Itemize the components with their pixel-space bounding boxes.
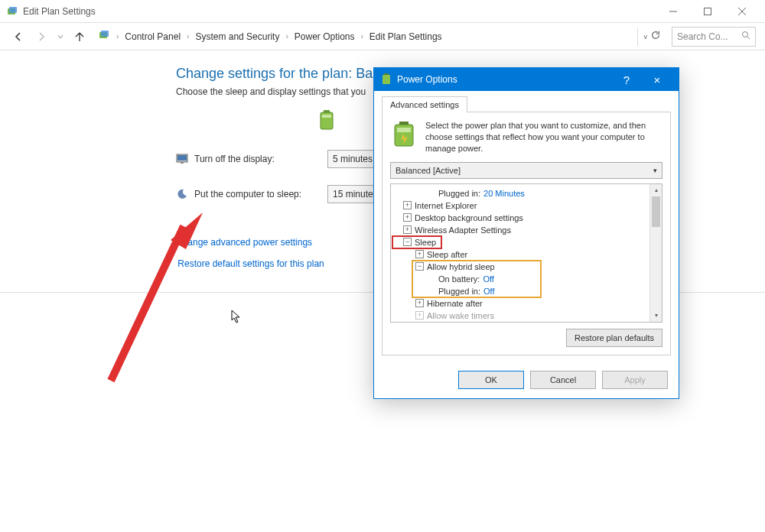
tree-row[interactable]: +Hibernate after: [392, 297, 660, 310]
scroll-down-icon[interactable]: ▾: [650, 310, 662, 322]
scrollbar[interactable]: ▴ ▾: [649, 184, 662, 322]
chevron-right-icon[interactable]: ›: [282, 32, 291, 41]
sleep-timeout-label: Put the computer to sleep:: [194, 189, 301, 200]
tree-row[interactable]: +Desktop background settings: [392, 212, 660, 224]
settings-tree[interactable]: Plugged in: 20 Minutes +Internet Explore…: [390, 183, 662, 323]
ok-button[interactable]: OK: [458, 371, 524, 389]
tree-row[interactable]: On battery: Off: [412, 273, 541, 285]
breadcrumb-item[interactable]: Edit Plan Settings: [369, 31, 442, 42]
collapse-icon[interactable]: −: [403, 238, 412, 246]
svg-rect-18: [399, 122, 409, 125]
chevron-right-icon[interactable]: ›: [184, 32, 192, 41]
svg-rect-16: [384, 73, 389, 75]
tab-panel: Select the power plan that you want to c…: [382, 112, 671, 355]
dialog-titlebar[interactable]: Power Options ? ×: [374, 68, 679, 91]
window-title: Edit Plan Settings: [23, 6, 656, 17]
chevron-down-icon: ▾: [653, 167, 657, 174]
expand-icon[interactable]: +: [403, 201, 412, 209]
scrollbar-thumb[interactable]: [652, 196, 660, 227]
expand-icon[interactable]: +: [415, 250, 424, 258]
power-plan-icon: [390, 120, 418, 154]
restore-plan-defaults-button[interactable]: Restore plan defaults: [566, 329, 662, 347]
svg-rect-17: [382, 75, 390, 84]
dialog-button-row: OK Cancel Apply: [374, 363, 679, 398]
scroll-up-icon[interactable]: ▴: [650, 184, 662, 196]
svg-rect-15: [181, 162, 184, 164]
sleep-timeout-value: 15 minutes: [333, 189, 378, 200]
tree-row[interactable]: Plugged in: 20 Minutes: [392, 187, 660, 200]
breadcrumb-dropdown[interactable]: v: [644, 33, 648, 41]
recent-dropdown[interactable]: [55, 28, 66, 46]
refresh-button[interactable]: [650, 30, 661, 43]
dialog-description: Select the power plan that you want to c…: [425, 120, 662, 154]
power-plan-select[interactable]: Balanced [Active] ▾: [390, 162, 662, 179]
maximize-button[interactable]: [690, 0, 724, 22]
up-button[interactable]: [70, 28, 89, 46]
expand-icon[interactable]: +: [415, 299, 424, 307]
breadcrumb-item[interactable]: Power Options: [295, 31, 355, 42]
tree-group-hybrid-sleep: −Allow hybrid sleep On battery: Off Plug…: [412, 261, 541, 297]
tree-row[interactable]: +Internet Explorer: [392, 200, 660, 212]
power-plan-selected: Balanced [Active]: [396, 166, 461, 175]
tree-row[interactable]: +Sleep after: [392, 248, 660, 261]
svg-line-9: [747, 37, 750, 39]
tree-row[interactable]: −Allow hybrid sleep: [412, 261, 541, 273]
expand-icon[interactable]: +: [403, 225, 412, 234]
breadcrumb-root-icon: [98, 29, 110, 44]
svg-rect-14: [177, 155, 187, 161]
expand-icon[interactable]: +: [403, 213, 412, 222]
battery-icon: [318, 109, 335, 133]
close-button[interactable]: [724, 0, 759, 22]
tree-row-sleep[interactable]: −Sleep: [392, 236, 441, 248]
tree-row[interactable]: Plugged in: Off: [412, 285, 541, 297]
cursor-icon: [231, 310, 242, 326]
breadcrumb-item[interactable]: System and Security: [195, 31, 279, 42]
help-button[interactable]: ?: [611, 73, 642, 86]
display-timeout-label: Turn off the display:: [194, 154, 275, 164]
chevron-right-icon[interactable]: ›: [113, 32, 122, 41]
expand-icon[interactable]: +: [415, 311, 424, 320]
control-panel-icon: [6, 5, 18, 18]
navigation-toolbar: › Control Panel › System and Security › …: [0, 23, 765, 50]
breadcrumb: › Control Panel › System and Security › …: [93, 29, 633, 44]
moon-icon: [176, 188, 188, 200]
svg-rect-12: [322, 115, 331, 118]
window-titlebar: Edit Plan Settings: [0, 0, 765, 23]
svg-point-8: [743, 32, 748, 37]
search-input[interactable]: Search Co...: [672, 27, 756, 47]
dialog-title: Power Options: [397, 74, 611, 85]
display-timeout-value: 5 minutes: [333, 154, 373, 164]
tab-advanced-settings[interactable]: Advanced settings: [382, 96, 467, 112]
forward-button[interactable]: [32, 28, 50, 46]
chevron-right-icon[interactable]: ›: [358, 32, 366, 41]
minimize-button[interactable]: [656, 0, 690, 22]
power-icon: [380, 73, 392, 87]
svg-rect-3: [704, 8, 711, 15]
apply-button[interactable]: Apply: [602, 371, 668, 389]
svg-rect-1: [9, 7, 17, 13]
collapse-icon[interactable]: −: [415, 262, 424, 271]
monitor-icon: [176, 153, 188, 165]
tree-row[interactable]: +Allow wake timers: [392, 310, 660, 322]
back-button[interactable]: [9, 28, 28, 46]
power-options-dialog: Power Options ? × Advanced settings Sele…: [373, 67, 679, 399]
svg-rect-7: [101, 31, 109, 37]
cancel-button[interactable]: Cancel: [530, 371, 596, 389]
window-controls: [656, 0, 759, 22]
breadcrumb-item[interactable]: Control Panel: [125, 31, 181, 42]
tree-row[interactable]: +Wireless Adapter Settings: [392, 224, 660, 236]
search-icon: [741, 31, 750, 42]
search-placeholder: Search Co...: [677, 31, 728, 42]
svg-rect-20: [397, 128, 411, 132]
dialog-close-button[interactable]: ×: [642, 73, 672, 86]
